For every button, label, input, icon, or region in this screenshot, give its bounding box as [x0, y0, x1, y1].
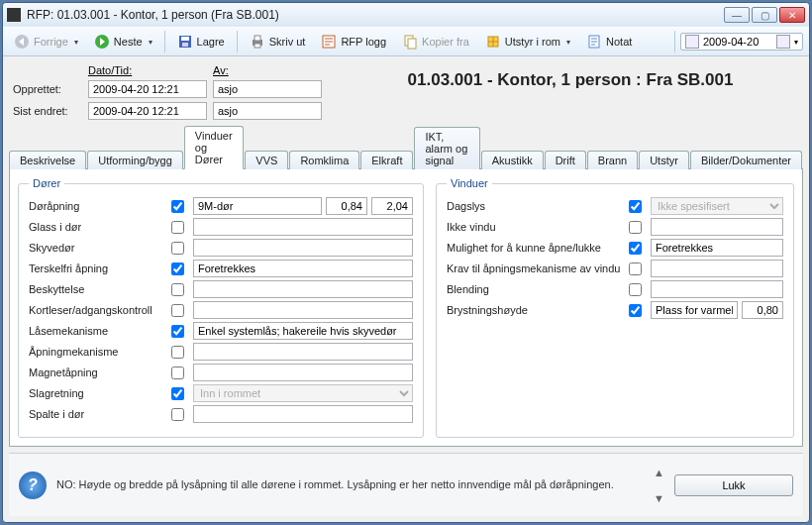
slagretning-check[interactable] [171, 387, 184, 400]
maximize-button[interactable]: ▢ [752, 7, 777, 23]
modified-by-field[interactable] [213, 102, 322, 120]
tab-beskrivelse[interactable]: Beskrivelse [9, 151, 86, 169]
mulighet-check[interactable] [629, 242, 642, 255]
by-header: Av: [213, 64, 322, 76]
tab-bilder[interactable]: Bilder/Dokumenter [690, 151, 802, 169]
tab-romklima[interactable]: Romklima [289, 151, 359, 169]
vinduer-legend: Vinduer [447, 177, 492, 189]
apningmek-label: Åpningmekanisme [29, 346, 167, 358]
terskel-label: Terskelfri åpning [29, 262, 167, 274]
dagslys-label: Dagslys [447, 200, 625, 212]
chevron-down-icon: ▾ [794, 38, 798, 47]
kravapn-value[interactable] [651, 260, 783, 277]
brystning-num[interactable] [742, 301, 783, 319]
beskyttelse-label: Beskyttelse [29, 283, 167, 295]
beskyttelse-value[interactable] [193, 280, 413, 298]
print-icon [250, 34, 265, 50]
next-button[interactable]: Neste ▾ [87, 31, 159, 52]
date-picker[interactable]: ▾ [680, 33, 803, 51]
equipment-button[interactable]: Utstyr i rom ▾ [478, 31, 577, 52]
apningmek-value[interactable] [193, 343, 413, 361]
glass-value[interactable] [193, 218, 413, 236]
magnet-check[interactable] [171, 367, 184, 379]
tab-drift[interactable]: Drift [545, 151, 586, 169]
kortleser-label: Kortleser/adgangskontroll [29, 304, 167, 316]
scroll-down-icon[interactable]: ▼ [654, 492, 664, 504]
kravapn-label: Krav til åpningsmekanisme av vindu [447, 262, 625, 274]
tab-ikt[interactable]: IKT, alarm og signal [414, 127, 479, 169]
log-icon [321, 34, 337, 50]
close-dialog-button[interactable]: Lukk [674, 474, 793, 496]
slagretning-label: Slagretning [29, 387, 167, 399]
dagslys-check[interactable] [629, 200, 642, 213]
chevron-down-icon: ▾ [149, 38, 152, 47]
lasemek-value[interactable] [193, 322, 413, 340]
tabstrip: Beskrivelse Utforming/bygg Vinduer og Dø… [3, 126, 809, 169]
lasemek-label: Låsemekanisme [29, 325, 167, 337]
modified-label: Sist endret: [13, 105, 82, 117]
brystning-check[interactable] [629, 304, 642, 317]
doorapning-height[interactable] [371, 197, 413, 215]
spalte-check[interactable] [171, 408, 184, 421]
svg-rect-3 [181, 37, 189, 41]
tab-utforming[interactable]: Utforming/bygg [87, 151, 183, 169]
print-button[interactable]: Skriv ut [243, 31, 313, 52]
skyvedor-label: Skyvedør [29, 242, 167, 254]
close-button[interactable]: ✕ [779, 7, 805, 23]
created-label: Opprettet: [13, 83, 82, 95]
copy-icon [402, 34, 418, 50]
dagslys-select[interactable]: Ikke spesifisert [651, 197, 783, 215]
terskel-check[interactable] [171, 262, 184, 275]
calendar-icon [685, 35, 699, 49]
doorapning-label: Døråpning [29, 200, 167, 212]
skyvedor-check[interactable] [171, 242, 184, 255]
magnet-value[interactable] [193, 364, 413, 381]
tab-vinduer-dorer[interactable]: Vinduer og Dører [184, 126, 245, 169]
app-icon [7, 8, 21, 22]
tab-akustikk[interactable]: Akustikk [481, 151, 544, 169]
tab-brann[interactable]: Brann [587, 151, 638, 169]
minimize-button[interactable]: — [724, 7, 750, 23]
kravapn-check[interactable] [629, 262, 642, 275]
blending-value[interactable] [651, 280, 783, 298]
glass-label: Glass i dør [29, 221, 167, 233]
glass-check[interactable] [171, 221, 184, 234]
prev-button[interactable]: Forrige ▾ [7, 31, 85, 52]
modified-date-field[interactable] [88, 102, 207, 120]
lasemek-check[interactable] [171, 325, 184, 338]
kortleser-value[interactable] [193, 301, 413, 319]
tab-vvs[interactable]: VVS [245, 151, 288, 169]
mulighet-value[interactable] [651, 239, 783, 257]
doorapning-check[interactable] [171, 200, 184, 213]
scroll-up-icon[interactable]: ▲ [654, 467, 664, 478]
terskel-value[interactable] [193, 260, 413, 277]
tab-utstyr[interactable]: Utstyr [639, 151, 689, 169]
rfp-log-button[interactable]: RFP logg [314, 31, 393, 52]
tab-body: Dører Døråpning Glass i dør Skyvedør Ter… [9, 169, 803, 447]
vinduer-fieldset: Vinduer DagslysIkke spesifisert Ikke vin… [436, 177, 794, 438]
created-date-field[interactable] [88, 80, 207, 98]
tab-elkraft[interactable]: Elkraft [360, 151, 413, 169]
apningmek-check[interactable] [171, 346, 184, 359]
kortleser-check[interactable] [171, 304, 184, 317]
brystning-label: Brystningshøyde [447, 304, 625, 316]
date-input[interactable] [703, 36, 772, 48]
copy-from-button[interactable]: Kopier fra [395, 31, 476, 52]
skyvedor-value[interactable] [193, 239, 413, 257]
ikkevindu-check[interactable] [629, 221, 642, 234]
scroll-hints: ▲▼ [654, 467, 664, 504]
brystning-value[interactable] [651, 301, 738, 319]
chevron-down-icon: ▾ [74, 38, 78, 47]
ikkevindu-value[interactable] [651, 218, 783, 236]
blending-label: Blending [447, 283, 625, 295]
note-button[interactable]: Notat [579, 31, 639, 52]
save-button[interactable]: Lagre [170, 31, 232, 52]
blending-check[interactable] [629, 283, 642, 296]
created-by-field[interactable] [213, 80, 322, 98]
doorapning-width[interactable] [326, 197, 367, 215]
spalte-value[interactable] [193, 405, 413, 423]
slagretning-select[interactable]: Inn i rommet [193, 384, 413, 402]
chevron-down-icon: ▾ [566, 38, 570, 47]
beskyttelse-check[interactable] [171, 283, 184, 296]
doorapning-value[interactable] [193, 197, 322, 215]
